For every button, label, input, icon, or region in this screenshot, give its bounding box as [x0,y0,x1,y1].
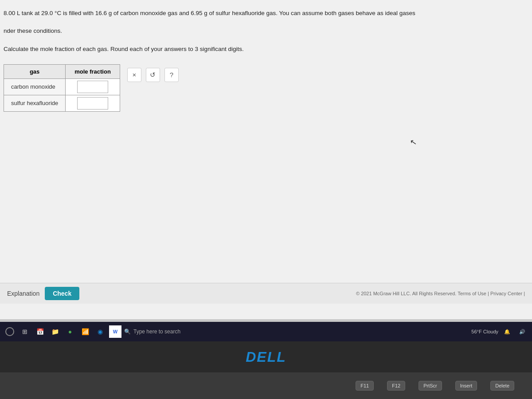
calendar-icon[interactable]: 📅 [34,325,46,338]
mole-fraction-input-sf6[interactable] [77,97,108,110]
help-button[interactable]: ? [164,68,179,82]
copyright-text: © 2021 McGraw Hill LLC. All Rights Reser… [356,291,525,296]
files-icon[interactable]: 📁 [49,325,61,338]
chrome-icon[interactable]: ● [64,325,76,338]
main-content-area: 8.00 L tank at 29.0 °C is filled with 16… [0,0,532,319]
windows-taskbar: ⊞ 📅 📁 ● 📶 ◉ W 🔍 Type here to search 56°F… [0,322,532,341]
mole-fraction-table: gas mole fraction carbon monoxide sulfur… [4,64,120,112]
prtscr-key[interactable]: PrtScr [419,381,442,391]
undo-button[interactable]: ↺ [146,68,160,82]
action-buttons-group: × ↺ ? [127,68,179,82]
dell-logo-text: DELL [246,349,286,365]
delete-key[interactable]: Delete [490,381,514,391]
f11-key[interactable]: F11 [356,381,374,391]
table-row-co: carbon monoxide [4,78,120,95]
col-gas-header: gas [4,64,66,78]
f12-key[interactable]: F12 [387,381,405,391]
check-button[interactable]: Check [45,287,79,300]
wifi-icon[interactable]: 📶 [79,325,91,338]
mole-fraction-input-co[interactable] [77,81,108,93]
notifications-icon[interactable]: 🔔 [501,325,513,338]
word-icon[interactable]: W [109,325,121,338]
weather-display: 56°F Cloudy [471,329,498,334]
speaker-icon[interactable]: 🔊 [516,325,528,338]
keyboard-area: F11 F12 PrtScr Insert Delete [0,372,532,399]
weather-text: 56°F Cloudy [471,329,498,334]
col-mole-fraction-header: mole fraction [66,64,120,78]
question-text: Calculate the mole fraction of each gas.… [4,45,525,54]
search-icon: 🔍 [124,329,131,335]
insert-key[interactable]: Insert [455,381,477,391]
table-row-sf6: sulfur hexafluoride [4,95,120,111]
dell-logo-area: DELL [0,341,532,372]
table-and-buttons: gas mole fraction carbon monoxide sulfur… [4,64,525,112]
gas-name-co: carbon monoxide [4,78,66,95]
start-button[interactable] [4,325,16,338]
mole-fraction-input-cell-sf6[interactable] [66,95,120,111]
mole-fraction-input-cell-co[interactable] [66,78,120,95]
browser-icon[interactable]: ◉ [94,325,106,338]
gas-name-sf6: sulfur hexafluoride [4,95,66,111]
bottom-action-bar: Explanation Check © 2021 McGraw Hill LLC… [0,283,532,304]
taskbar-search-area[interactable]: 🔍 Type here to search [124,329,469,335]
search-label: Type here to search [133,329,180,335]
problem-text-line1: 8.00 L tank at 29.0 °C is filled with 16… [4,9,525,18]
start-circle-icon [5,327,14,336]
clear-button[interactable]: × [127,68,141,82]
problem-text-line2: nder these conditions. [4,27,525,35]
taskview-icon[interactable]: ⊞ [19,325,31,338]
explanation-button[interactable]: Explanation [7,288,39,299]
